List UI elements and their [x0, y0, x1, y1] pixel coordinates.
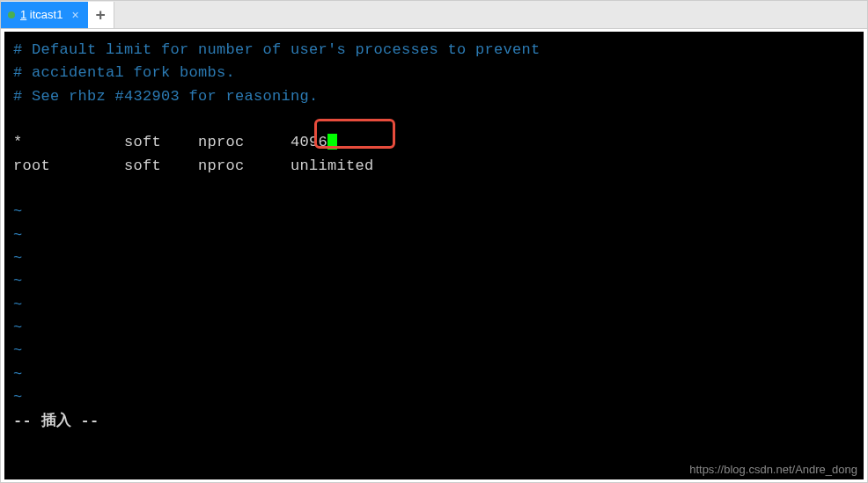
empty-line-tilde: ~ [13, 340, 855, 362]
plus-icon: + [96, 5, 106, 24]
comment-line: # accidental fork bombs. [13, 62, 855, 84]
new-tab-button[interactable]: + [88, 2, 114, 28]
empty-line-tilde: ~ [13, 247, 855, 270]
terminal[interactable]: # Default limit for number of user's pro… [4, 32, 864, 479]
comment-line: # See rhbz #432903 for reasoning. [13, 85, 855, 108]
vim-status-line: -- 插入 -- [13, 410, 855, 433]
active-indicator-icon [8, 11, 15, 18]
empty-line-tilde: ~ [13, 294, 855, 317]
highlighted-value: 4096 [291, 134, 327, 150]
blank-line [13, 178, 855, 201]
empty-line-tilde: ~ [13, 224, 855, 247]
watermark: https://blog.csdn.net/Andre_dong [689, 463, 857, 476]
cursor-icon [327, 134, 337, 150]
tab-itcast1[interactable]: 1 itcast1 × [1, 2, 88, 28]
window-frame: 1 itcast1 × + # Default limit for number… [0, 0, 868, 483]
empty-line-tilde: ~ [13, 386, 855, 409]
empty-line-tilde: ~ [13, 317, 855, 340]
tab-label: 1 itcast1 [20, 8, 63, 21]
empty-line-tilde: ~ [13, 201, 855, 223]
blank-line [13, 108, 855, 131]
empty-line-tilde: ~ [13, 363, 855, 386]
close-icon[interactable]: × [71, 8, 78, 22]
comment-line: # Default limit for number of user's pro… [13, 39, 855, 62]
config-row: root soft nproc unlimited [13, 155, 855, 178]
tab-bar: 1 itcast1 × + [1, 1, 867, 29]
config-row: * soft nproc 4096 [13, 131, 855, 154]
empty-line-tilde: ~ [13, 270, 855, 293]
